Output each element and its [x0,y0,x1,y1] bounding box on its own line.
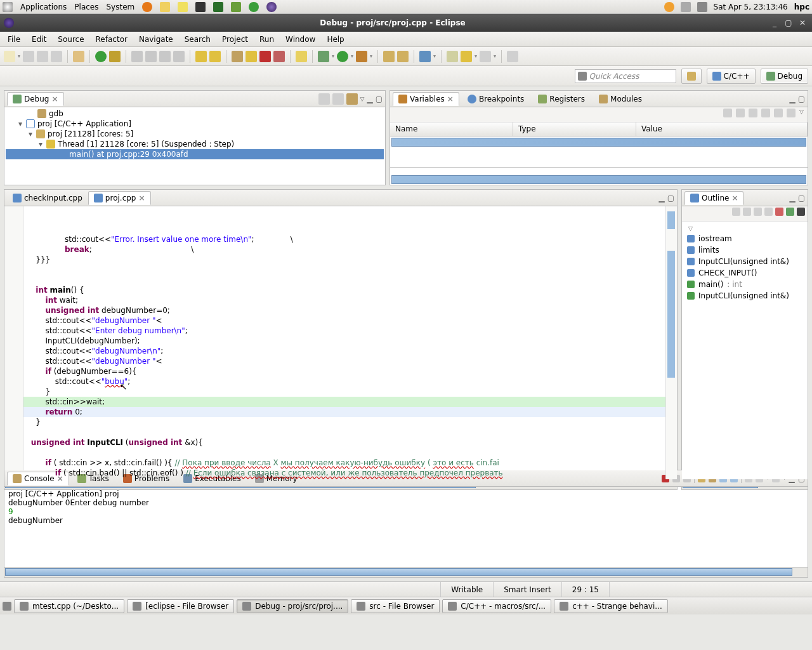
suspend-icon[interactable] [109,51,121,62]
last-edit-icon[interactable] [447,51,458,62]
maximize-button[interactable]: ▢ [783,17,794,29]
modules-tab[interactable]: Modules [593,92,648,105]
outline-tb-4[interactable] [764,208,773,216]
tree-thread[interactable]: ▾Thread [1] 21128 [core: 5] (Suspended :… [6,139,384,149]
outline-item[interactable]: InputCLI(unsigned int&) [684,256,805,267]
minimize-view-icon[interactable]: ▁ [789,95,795,103]
minimize-view-icon[interactable]: ▁ [658,194,664,202]
disconnect-icon[interactable] [131,51,143,62]
close-icon[interactable]: × [51,95,58,103]
outline-item[interactable]: CHECK_INPUT() [684,267,805,279]
code-line[interactable]: unsigned int debugNumber=0; [23,305,665,315]
editor-code[interactable]: ↖ std::cout<<"Error. Insert value one mo… [23,206,665,479]
code-line[interactable]: int wait; [23,295,665,305]
code-line[interactable]: std::cout<<"bubu"; [23,376,665,387]
step-icon-1[interactable] [145,51,157,62]
close-button[interactable]: ✕ [797,17,808,29]
menu-edit[interactable]: Edit [27,34,51,45]
vars-tb-3[interactable] [749,109,757,117]
outline-item[interactable]: iostream [684,233,805,244]
outline-tab[interactable]: Outline × [684,191,743,205]
minimize-view-icon[interactable]: ▁ [367,95,372,103]
outline-tb-2[interactable] [743,208,751,216]
build-icon[interactable] [73,51,84,62]
code-line[interactable]: return 0; [23,407,665,417]
vars-tb-5[interactable] [774,109,783,117]
editor-tab-checkinput[interactable]: checkInput.cpp [7,191,88,204]
pin-icon[interactable] [507,51,518,62]
taskbar-item[interactable]: c++ - Strange behavi... [554,599,668,613]
vars-tb-2[interactable] [736,109,745,117]
debug-tb-2[interactable] [332,93,344,105]
tree-frame[interactable]: main() at proj.cpp:29 0x400afd [6,149,384,159]
perspective-cpp[interactable]: C/C++ [707,69,756,84]
collapse-all-icon[interactable]: ▽ [684,224,805,233]
perspective-debug[interactable]: Debug [761,69,808,84]
view-menu-icon[interactable]: ▽ [799,109,804,121]
console-body[interactable]: proj [C/C++ Application] proj debugNumbe… [4,487,808,567]
vars-tb-1[interactable] [723,109,732,117]
debug-tb-1[interactable] [318,93,330,105]
debug-tab[interactable]: Debug × [7,92,64,106]
menu-help[interactable]: Help [322,34,349,45]
menu-run[interactable]: Run [254,34,279,45]
menu-search[interactable]: Search [180,34,216,45]
code-line[interactable]: std::cout<<"debugNumber "< [23,356,665,366]
minimize-view-icon[interactable]: ▁ [789,194,795,202]
menu-source[interactable]: Source [53,34,89,45]
outline-item[interactable]: InputCLI(unsigned int&) [684,290,805,302]
vars-tb-4[interactable] [761,109,770,117]
maximize-view-icon[interactable]: ▢ [376,95,383,103]
taskbar-item[interactable]: [eclipse - File Browser [127,599,234,613]
close-icon[interactable]: × [138,194,145,202]
view-menu-icon[interactable]: ▽ [360,96,365,102]
app-icon-3[interactable] [213,2,223,12]
app-icon-2[interactable] [178,2,188,12]
outline-tb-5[interactable] [775,208,783,216]
quick-access-input[interactable]: Quick Access [575,69,676,83]
skip-bp-icon[interactable] [232,51,243,62]
nav-back-icon[interactable] [195,51,207,62]
tree-app[interactable]: ▾proj [C/C++ Application] [6,119,384,129]
code-line[interactable]: int main() { [23,285,665,295]
clock[interactable]: Sat Apr 5, 23:13:46 [714,3,788,11]
editor-gutter[interactable] [4,206,23,479]
taskbar-item[interactable]: src - File Browser [351,599,440,613]
open-perspective-button[interactable] [681,69,702,84]
step-icon-3[interactable] [173,51,185,62]
search-icon[interactable] [419,51,431,62]
maximize-view-icon[interactable]: ▢ [798,95,805,103]
taskbar-item[interactable]: Debug - proj/src/proj.... [237,599,348,613]
terminal-icon[interactable] [195,2,206,12]
vars-scrollbar-1[interactable] [391,138,806,147]
minimize-button[interactable]: _ [769,17,780,29]
nav-fwd-icon[interactable] [209,51,221,62]
code-line[interactable] [23,427,665,437]
close-icon[interactable]: × [447,95,454,103]
registers-tab[interactable]: Registers [532,92,591,105]
col-value[interactable]: Value [636,123,808,136]
code-line[interactable]: std::cout<<"Error. Insert value one more… [23,234,665,244]
menu-applications[interactable]: Applications [20,3,67,11]
tree-gdb[interactable]: gdb [6,109,384,119]
maximize-view-icon[interactable]: ▢ [667,194,674,202]
col-type[interactable]: Type [513,123,636,136]
overview-ruler[interactable] [665,206,677,479]
debug-icon[interactable] [318,51,329,62]
code-line[interactable] [23,448,665,458]
code-line[interactable]: InputCLI(debugNumber); [23,336,665,346]
debug-tb-3[interactable] [346,93,358,105]
resume2-icon[interactable] [246,51,257,62]
firefox-icon[interactable] [142,2,152,12]
code-line[interactable]: if ( std::cin.bad() || std::cin.eof() ) … [23,468,665,478]
menu-refactor[interactable]: Refactor [91,34,133,45]
show-desktop-icon[interactable] [3,602,11,611]
code-line[interactable]: break; \ [23,244,665,255]
code-line[interactable]: std::cout<<"Enter debug number\n"; [23,326,665,336]
code-line[interactable]: std::cout<<"debugNumber\n"; [23,346,665,356]
terminate-icon[interactable] [259,51,271,62]
network-icon[interactable] [697,2,707,12]
breakpoints-tab[interactable]: Breakpoints [462,92,530,105]
outline-tb-6[interactable] [786,208,794,216]
close-icon[interactable]: × [731,194,738,202]
